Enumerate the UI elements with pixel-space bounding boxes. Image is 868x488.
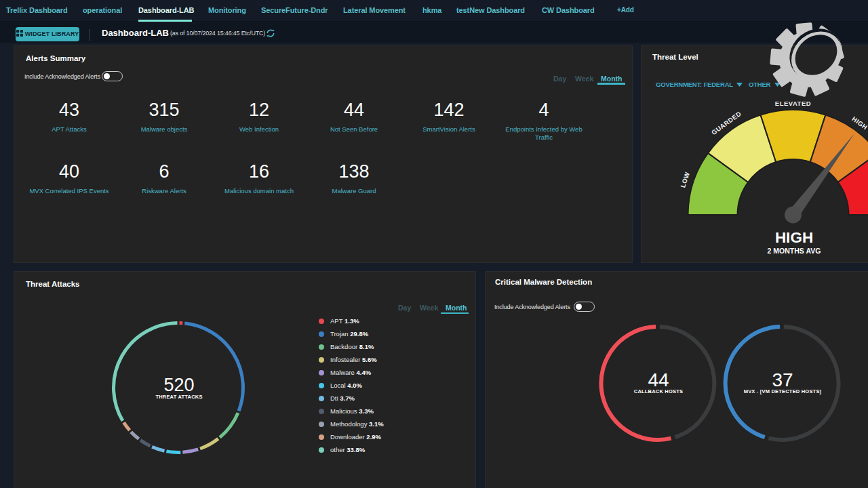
svg-text:2 MONTHS AVG: 2 MONTHS AVG <box>768 247 821 255</box>
svg-text:HIGH: HIGH <box>775 229 813 246</box>
svg-text:LOW: LOW <box>679 171 691 188</box>
